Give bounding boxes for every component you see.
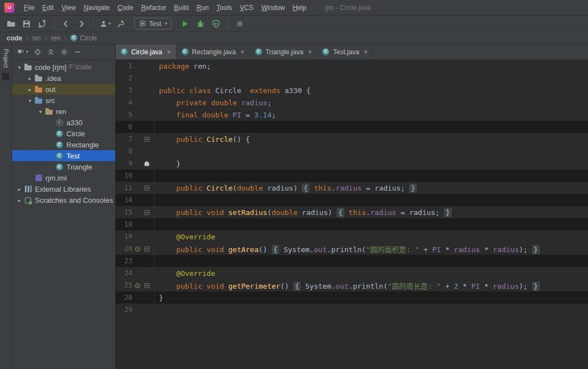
breadcrumb-item-circle[interactable]: CCircle	[70, 34, 97, 42]
breadcrumb-item-ren[interactable]: ren	[51, 34, 60, 42]
coverage-icon[interactable]	[210, 18, 221, 29]
editor-line[interactable]: 3public class Circle extends a330 {	[116, 84, 588, 96]
line-number[interactable]: 2	[116, 74, 132, 82]
editor-line[interactable]: 25 public void getPerimeter() { System.o…	[116, 279, 588, 291]
chevron-down-icon[interactable]: ▾	[37, 109, 44, 115]
tree-item-code-rjm[interactable]: ▾code [rjm]F:\code	[12, 62, 115, 73]
chevron-down-icon[interactable]: ▾	[26, 98, 34, 104]
line-number[interactable]: 20	[116, 245, 132, 253]
chevron-right-icon[interactable]: ▸	[16, 186, 23, 192]
sync-icon[interactable]	[37, 18, 48, 29]
close-icon[interactable]: ×	[308, 48, 312, 56]
toolwindow-icon[interactable]	[2, 73, 9, 80]
editor-line[interactable]: 19 @Override	[116, 230, 588, 243]
line-number[interactable]: 3	[116, 86, 132, 94]
fold-collapse-icon[interactable]	[142, 283, 151, 288]
tree-item-circle[interactable]: CCircle	[12, 128, 115, 139]
editor-line[interactable]: 9 }	[116, 157, 588, 170]
menu-window[interactable]: Window	[257, 2, 289, 13]
menu-file[interactable]: File	[20, 2, 38, 13]
menu-help[interactable]: Help	[288, 2, 310, 13]
editor-line[interactable]: 20 public void getArea() { System.out.pr…	[116, 243, 588, 255]
menu-vcs[interactable]: VCS	[236, 2, 257, 13]
editor-line[interactable]: 11 public Circle(double radius) { this.r…	[116, 182, 588, 194]
fold-collapse-icon[interactable]	[142, 137, 151, 142]
fold-collapse-icon[interactable]	[142, 210, 151, 215]
back-icon[interactable]	[60, 18, 71, 29]
line-number[interactable]: 9	[116, 160, 132, 167]
line-number[interactable]: 24	[116, 269, 132, 277]
menu-code[interactable]: Code	[114, 2, 137, 13]
menu-navigate[interactable]: Navigate	[80, 2, 114, 13]
line-number[interactable]: 15	[116, 208, 132, 216]
hide-icon[interactable]	[74, 48, 81, 56]
overriding-method-icon[interactable]	[132, 283, 142, 289]
menu-edit[interactable]: Edit	[38, 2, 58, 13]
tree-item-external-libraries[interactable]: ▸External Libraries	[12, 183, 115, 194]
run-icon[interactable]	[179, 18, 190, 29]
tab-triangle-java[interactable]: CTriangle.java×	[250, 44, 318, 59]
stop-icon[interactable]	[234, 18, 245, 29]
chevron-right-icon[interactable]: ▸	[16, 197, 23, 203]
line-number[interactable]: 28	[116, 294, 132, 301]
editor-line[interactable]: 14	[116, 194, 588, 206]
editor-line[interactable]: 5 final double PI = 3.14;	[116, 109, 588, 121]
line-number[interactable]: 1	[116, 62, 132, 70]
editor-line[interactable]: 29	[116, 304, 588, 316]
line-number[interactable]: 4	[116, 99, 132, 106]
forward-icon[interactable]	[76, 18, 87, 29]
tree-item-out[interactable]: ▸out	[12, 84, 115, 95]
run-configuration-select[interactable]: Test ▾	[134, 18, 172, 29]
locate-icon[interactable]	[34, 48, 42, 56]
menu-view[interactable]: View	[58, 2, 80, 13]
editor-line[interactable]: 23	[116, 255, 588, 267]
tree-item-ren[interactable]: ▾ren	[12, 106, 115, 117]
settings-icon[interactable]	[60, 48, 68, 56]
editor-line[interactable]: 6	[116, 121, 588, 133]
collapse-all-icon[interactable]	[47, 48, 55, 56]
close-icon[interactable]: ×	[167, 48, 171, 56]
menu-build[interactable]: Build	[170, 2, 193, 13]
view-options-icon[interactable]: ▾	[17, 48, 28, 56]
tab-rectangle-java[interactable]: CRectangle.java×	[177, 44, 250, 59]
project-toolwindow-button[interactable]: Project	[3, 49, 9, 68]
tree-item-rectangle[interactable]: CRectangle	[12, 139, 115, 150]
line-number[interactable]: 6	[116, 123, 132, 131]
tree-item-rjm-iml[interactable]: rjm.iml	[12, 172, 115, 183]
tab-test-java[interactable]: CTest.java×	[317, 44, 373, 59]
line-number[interactable]: 10	[116, 172, 132, 180]
editor-line[interactable]: 7 public Circle() {	[116, 133, 588, 145]
line-number[interactable]: 29	[116, 306, 132, 314]
build-icon[interactable]	[115, 18, 126, 29]
editor-line[interactable]: 2	[116, 72, 588, 84]
editor-line[interactable]: 4 private double radius;	[116, 96, 588, 109]
line-number[interactable]: 7	[116, 135, 132, 143]
tree-item-test[interactable]: CTest	[12, 150, 115, 161]
tree-item-idea[interactable]: ▸.idea	[12, 73, 115, 84]
tree-item-src[interactable]: ▾src	[12, 95, 115, 106]
line-number[interactable]: 23	[116, 257, 132, 265]
close-icon[interactable]: ×	[240, 48, 245, 56]
line-number[interactable]: 11	[116, 184, 132, 192]
chevron-down-icon[interactable]: ▾	[16, 64, 23, 70]
overriding-method-icon[interactable]	[132, 246, 142, 252]
menu-refactor[interactable]: Refactor	[137, 2, 170, 13]
editor-line[interactable]: 28}	[116, 291, 588, 304]
fold-collapse-icon[interactable]	[142, 247, 151, 252]
line-number[interactable]: 14	[116, 196, 132, 204]
tree-item-a330[interactable]: Ca330	[12, 117, 115, 128]
fold-collapse-icon[interactable]	[142, 186, 151, 191]
tree-item-triangle[interactable]: CTriangle	[12, 161, 115, 172]
editor-line[interactable]: 18	[116, 218, 588, 230]
open-icon[interactable]	[6, 18, 17, 29]
menu-tools[interactable]: Tools	[213, 2, 236, 13]
breadcrumb-item-code[interactable]: code	[7, 34, 22, 42]
save-all-icon[interactable]	[21, 18, 32, 29]
tree-item-scratches-and-consoles[interactable]: ▸Scratches and Consoles	[12, 194, 115, 206]
line-number[interactable]: 5	[116, 111, 132, 119]
chevron-right-icon[interactable]: ▸	[26, 75, 34, 81]
editor-line[interactable]: 10	[116, 170, 588, 182]
editor[interactable]: 1package ren;23public class Circle exten…	[116, 60, 588, 369]
chevron-right-icon[interactable]: ▸	[26, 86, 34, 93]
breadcrumb-item-src[interactable]: src	[32, 34, 41, 42]
